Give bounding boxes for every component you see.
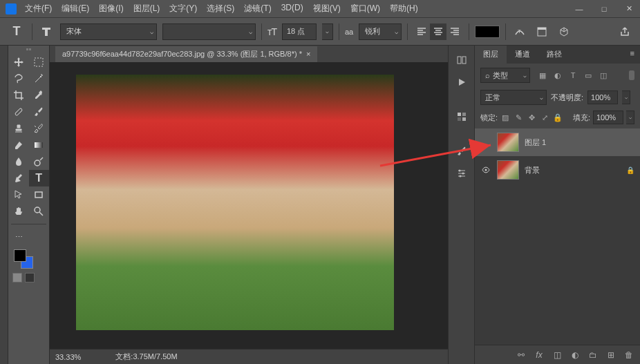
tab-layers[interactable]: 图层 [475,46,507,64]
brush-tool[interactable] [29,104,50,120]
menu-file[interactable]: 文件(F) [25,3,52,15]
blur-tool[interactable] [8,153,29,170]
layer-visibility-toggle[interactable] [480,165,491,175]
menu-3d[interactable]: 3D(D) [281,3,303,15]
filter-smart-icon[interactable]: ◫ [598,70,609,81]
tools-grip[interactable] [8,48,49,52]
filter-pixel-icon[interactable]: ▦ [537,70,548,81]
share-button[interactable] [617,23,633,40]
layer-row[interactable]: 图层 1 [475,128,640,156]
quickmask-button[interactable] [12,273,22,282]
menu-view[interactable]: 视图(V) [313,3,341,15]
pen-tool[interactable] [8,170,29,186]
healing-tool[interactable] [8,104,29,120]
zoom-display[interactable]: 33.33% [55,353,81,361]
lock-all-icon[interactable]: 🔒 [553,113,563,122]
screenmode-button[interactable] [25,273,35,282]
opacity-input[interactable]: 100% [587,90,618,104]
new-layer-button[interactable]: ⊞ [605,349,617,361]
marquee-tool[interactable] [29,54,50,70]
filter-shape-icon[interactable]: ▭ [583,70,594,81]
close-button[interactable]: ✕ [623,3,634,15]
antialias-select[interactable]: 锐利 [359,23,402,40]
gradient-tool[interactable] [29,137,50,153]
tab-channels[interactable]: 通道 [507,46,538,64]
filter-adjust-icon[interactable]: ◐ [552,70,563,81]
lock-transparent-icon[interactable]: ▨ [500,113,510,122]
color-swatches[interactable] [14,249,33,269]
lock-position-icon[interactable]: ✥ [527,113,536,122]
filter-type-select[interactable]: 类型 [480,68,530,83]
menu-select[interactable]: 选择(S) [207,3,234,15]
menu-window[interactable]: 窗口(W) [350,3,380,15]
blend-mode-select[interactable]: 正常 [480,90,547,105]
collapsed-panel-3[interactable] [451,108,472,126]
move-tool[interactable] [8,54,29,70]
left-collapse-strip[interactable] [0,46,8,364]
foreground-color[interactable] [14,249,26,262]
eyedropper-tool[interactable] [29,87,50,104]
edit-toolbar-button[interactable]: ⋯ [8,229,29,245]
delete-layer-button[interactable]: 🗑 [623,349,634,361]
align-left-button[interactable] [413,23,430,40]
warp-text-button[interactable]: T [511,23,528,40]
menu-edit[interactable]: 编辑(E) [62,3,89,15]
shape-tool[interactable] [29,186,50,203]
font-size-dropdown[interactable]: ⌵ [322,23,333,40]
menu-help[interactable]: 帮助(H) [390,3,418,15]
maximize-button[interactable]: □ [599,3,610,15]
lasso-tool[interactable] [8,70,29,87]
minimize-button[interactable]: — [574,3,585,15]
layer-name-label[interactable]: 背景 [525,165,540,175]
layer-thumbnail[interactable] [497,160,519,180]
menu-layer[interactable]: 图层(L) [133,3,160,15]
lock-pixels-icon[interactable]: ✎ [514,113,523,122]
filter-toggle[interactable] [629,70,634,80]
type-tool[interactable]: T [29,170,50,186]
history-brush-tool[interactable] [29,120,50,137]
doc-info[interactable]: 文档:3.75M/7.50M [115,352,177,362]
layer-group-button[interactable]: 🗀 [587,349,599,361]
filter-type-icon[interactable]: T [567,70,578,81]
zoom-tool[interactable] [29,203,50,220]
path-select-tool[interactable] [8,186,29,203]
dodge-tool[interactable] [29,153,50,170]
font-size-input[interactable]: 18 点 [282,23,317,40]
canvas-viewport[interactable] [50,62,448,349]
layer-row[interactable]: 背景 🔒 [475,156,640,184]
menu-image[interactable]: 图像(I) [99,3,123,15]
current-tool-icon[interactable]: T [7,22,26,41]
align-center-button[interactable] [430,23,446,40]
document-tab[interactable]: a97739c96f6eaa44d782e29af70ec283.jpg @ 3… [55,46,317,62]
lock-artboard-icon[interactable]: ⤢ [540,113,549,122]
collapsed-panel-2[interactable] [451,73,472,91]
3d-button[interactable] [556,23,572,40]
layer-name-label[interactable]: 图层 1 [525,137,546,148]
opacity-dropdown[interactable]: ⌵ [622,90,630,104]
fill-dropdown[interactable]: ⌵ [626,111,634,124]
quick-select-tool[interactable] [29,70,50,87]
hand-tool[interactable] [8,203,29,220]
orientation-toggle[interactable] [38,23,55,40]
document-tab-close[interactable]: × [306,50,310,58]
text-color-swatch[interactable] [475,26,500,38]
menu-type[interactable]: 文字(Y) [169,3,197,15]
tab-paths[interactable]: 路径 [538,46,570,64]
align-right-button[interactable] [446,23,463,40]
layer-mask-button[interactable]: ◫ [552,349,563,361]
eraser-tool[interactable] [8,137,29,153]
font-family-select[interactable]: 宋体 [60,23,157,40]
font-style-select[interactable] [162,23,256,40]
collapsed-panel-1[interactable] [451,51,472,69]
link-layers-button[interactable]: ⚯ [516,349,527,361]
fill-input[interactable]: 100% [593,111,623,124]
character-panel-button[interactable] [534,23,550,40]
collapsed-panel-4[interactable] [451,142,472,160]
layer-style-button[interactable]: fx [534,349,545,361]
stamp-tool[interactable] [8,120,29,137]
layer-thumbnail[interactable] [497,133,519,152]
collapsed-panel-5[interactable] [451,164,472,182]
adjustment-layer-button[interactable]: ◐ [570,349,581,361]
menu-filter[interactable]: 滤镜(T) [244,3,271,15]
crop-tool[interactable] [8,87,29,104]
